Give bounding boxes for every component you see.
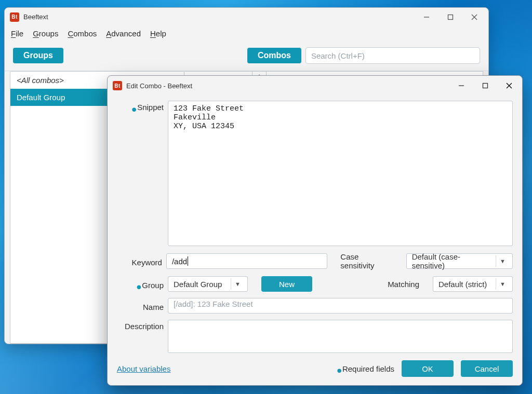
matching-select[interactable]: Default (strict) ▼ bbox=[433, 276, 513, 292]
svg-rect-1 bbox=[448, 15, 453, 19]
maximize-icon bbox=[482, 83, 488, 89]
search-placeholder: Search (Ctrl+F) bbox=[311, 51, 365, 60]
label-description: Description bbox=[117, 320, 164, 331]
cancel-button[interactable]: Cancel bbox=[461, 360, 513, 377]
menu-bar: File Groups Combos Advanced Help bbox=[5, 26, 488, 42]
new-group-button[interactable]: New bbox=[261, 276, 312, 292]
description-input[interactable] bbox=[168, 320, 513, 353]
dialog-window-controls bbox=[449, 78, 521, 93]
text-caret-icon bbox=[188, 256, 188, 266]
menu-groups[interactable]: Groups bbox=[33, 29, 58, 38]
dialog-minimize-button[interactable] bbox=[449, 78, 473, 93]
dialog-logo-icon: Bt bbox=[113, 81, 122, 90]
label-case-sensitivity: Case sensitivity bbox=[340, 252, 393, 270]
dialog-titlebar: Bt Edit Combo - Beeftext bbox=[108, 76, 522, 96]
label-keyword: Keyword bbox=[117, 256, 162, 267]
maximize-button[interactable] bbox=[438, 9, 462, 25]
chevron-down-icon: ▼ bbox=[231, 278, 244, 290]
svg-rect-5 bbox=[483, 84, 488, 88]
dialog-title: Edit Combo - Beeftext bbox=[126, 82, 192, 90]
minimize-icon bbox=[458, 83, 464, 89]
edit-combo-dialog: Bt Edit Combo - Beeftext • Snippet 123 F… bbox=[107, 75, 523, 386]
menu-advanced[interactable]: Advanced bbox=[106, 29, 141, 38]
row-snippet: • Snippet 123 Fake Street Fakeville XY, … bbox=[117, 101, 513, 246]
menu-file[interactable]: File bbox=[11, 29, 23, 38]
close-icon bbox=[471, 14, 477, 20]
menu-help[interactable]: Help bbox=[150, 29, 166, 38]
label-snippet: • Snippet bbox=[117, 101, 164, 112]
groups-button[interactable]: Groups bbox=[13, 48, 63, 63]
keyword-input[interactable]: /add bbox=[166, 253, 327, 269]
toolbar: Groups Combos Search (Ctrl+F) bbox=[5, 42, 488, 71]
row-group: • Group Default Group ▼ New Matching Def… bbox=[117, 276, 513, 292]
about-variables-link[interactable]: About variables bbox=[117, 364, 170, 373]
label-name: Name bbox=[117, 301, 164, 311]
name-input[interactable]: [/add]: 123 Fake Street bbox=[168, 298, 513, 314]
dialog-maximize-button[interactable] bbox=[473, 78, 497, 93]
chevron-down-icon: ▼ bbox=[496, 278, 509, 290]
row-description: Description bbox=[117, 320, 513, 353]
ok-button[interactable]: OK bbox=[402, 360, 454, 377]
dialog-close-button[interactable] bbox=[497, 78, 521, 93]
maximize-icon bbox=[447, 14, 454, 20]
case-sensitivity-select[interactable]: Default (case-sensitive) ▼ bbox=[406, 253, 513, 269]
close-icon bbox=[506, 83, 512, 89]
snippet-input[interactable]: 123 Fake Street Fakeville XY, USA 12345 bbox=[168, 101, 513, 246]
main-window-controls bbox=[415, 9, 486, 25]
row-name: Name [/add]: 123 Fake Street bbox=[117, 298, 513, 314]
close-button[interactable] bbox=[462, 9, 486, 25]
required-fields-note: • Required fields bbox=[337, 364, 394, 373]
menu-combos[interactable]: Combos bbox=[68, 29, 97, 38]
dialog-body: • Snippet 123 Fake Street Fakeville XY, … bbox=[108, 96, 522, 356]
app-logo-icon: Bt bbox=[10, 12, 19, 22]
minimize-button[interactable] bbox=[415, 9, 438, 25]
group-select[interactable]: Default Group ▼ bbox=[168, 276, 248, 292]
label-matching: Matching bbox=[388, 280, 419, 289]
search-input[interactable]: Search (Ctrl+F) bbox=[305, 47, 480, 64]
main-title: Beeftext bbox=[23, 13, 48, 21]
chevron-down-icon: ▼ bbox=[496, 255, 509, 267]
label-group: • Group bbox=[117, 279, 164, 290]
combos-button[interactable]: Combos bbox=[247, 48, 301, 63]
main-titlebar: Bt Beeftext bbox=[5, 8, 488, 26]
row-keyword: Keyword /add Case sensitivity Default (c… bbox=[117, 252, 513, 270]
dialog-footer: About variables • Required fields OK Can… bbox=[108, 356, 522, 385]
minimize-icon bbox=[423, 14, 430, 20]
